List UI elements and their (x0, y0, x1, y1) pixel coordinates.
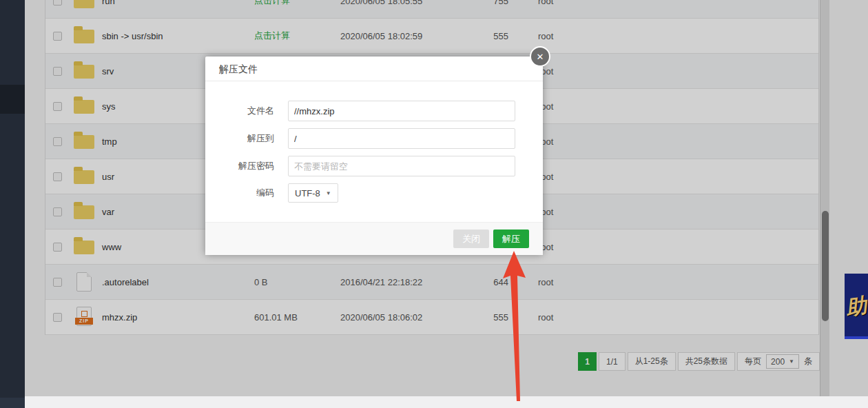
close-icon[interactable]: ✕ (530, 46, 550, 67)
extract-file-dialog: ✕ 解压文件 文件名 解压到 解压密码 编码 UTF-8 ▼ (205, 57, 543, 255)
filename-input[interactable] (288, 101, 515, 121)
cancel-button[interactable]: 关闭 (453, 229, 489, 248)
encoding-select[interactable]: UTF-8 ▼ (288, 183, 338, 203)
floating-helper-banner[interactable]: 助 (845, 274, 868, 339)
encoding-value: UTF-8 (295, 188, 320, 198)
password-label: 解压密码 (205, 160, 274, 172)
dialog-title: 解压文件 (205, 57, 543, 81)
extract-button[interactable]: 解压 (493, 229, 529, 248)
annotation-arrow (495, 248, 536, 408)
destination-label: 解压到 (205, 132, 274, 145)
encoding-label: 编码 (205, 187, 274, 199)
chevron-down-icon: ▼ (326, 190, 331, 196)
password-input[interactable] (288, 156, 515, 176)
helper-banner-text: 助 (845, 292, 868, 323)
filename-label: 文件名 (205, 105, 274, 117)
file-manager-page: run点击计算2020/06/05 18:05:55755rootsbin ->… (0, 0, 868, 408)
footer-strip (25, 396, 868, 408)
destination-input[interactable] (288, 128, 515, 149)
